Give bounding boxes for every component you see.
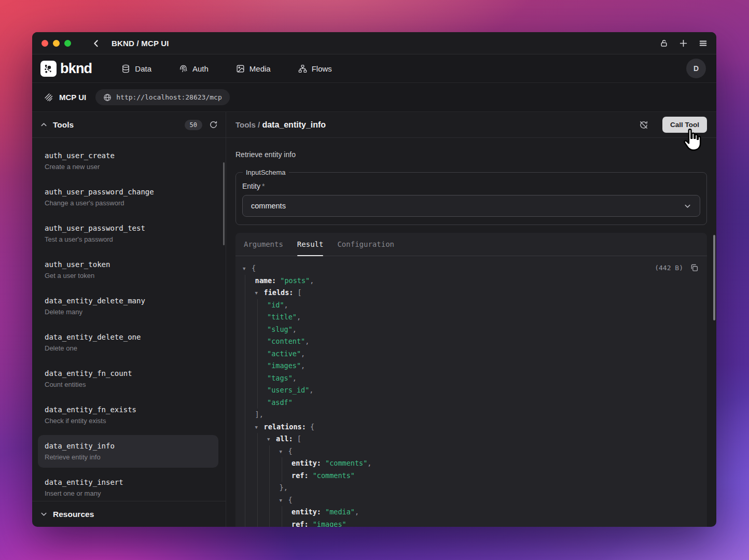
refresh-tools-button[interactable] — [209, 120, 218, 129]
tool-description: Create a new user — [45, 162, 212, 172]
nav-item-label: Auth — [192, 64, 209, 73]
tab-result[interactable]: Result — [297, 233, 324, 256]
json-line: "id", — [243, 299, 699, 312]
tools-section-label: Tools — [53, 120, 74, 130]
tool-list-item-data_entity_delete_many[interactable]: data_entity_delete_manyDelete many — [38, 290, 218, 323]
mcp-icon — [44, 92, 53, 102]
tool-detail-body: Retrieve entity info InputSchema Entity*… — [226, 138, 716, 527]
close-button[interactable] — [41, 40, 48, 47]
json-line: ▼{ — [243, 494, 699, 507]
collapse-toggle-icon[interactable]: ▼ — [267, 433, 273, 446]
chevron-up-icon — [40, 121, 48, 129]
tool-list-item-data_entity_fn_count[interactable]: data_entity_fn_countCount entities — [38, 362, 218, 395]
collapse-toggle-icon[interactable]: ▼ — [255, 422, 261, 434]
bknd-logo-icon — [40, 61, 57, 77]
tool-name: data_entity_fn_exists — [45, 404, 212, 415]
tool-list-item-data_entity_insert[interactable]: data_entity_insertInsert one or many — [38, 471, 218, 501]
json-token-key: all: — [276, 435, 297, 443]
window-title: BKND / MCP UI — [112, 39, 169, 48]
json-token-punct: , — [293, 374, 297, 382]
tool-description: Delete many — [45, 307, 212, 317]
json-token-punct: [ — [297, 435, 301, 443]
tool-list-item-auth_user_password_test[interactable]: auth_user_password_testTest a user's pas… — [38, 217, 218, 250]
unlock-button[interactable] — [660, 39, 668, 48]
json-token-str: "posts" — [280, 276, 310, 285]
tool-list-item-data_entity_delete_one[interactable]: data_entity_delete_oneDelete one — [38, 326, 218, 359]
entity-select-value: comments — [251, 202, 286, 210]
nav-item-label: Flows — [312, 64, 332, 73]
history-off-button[interactable] — [639, 120, 648, 130]
payload-size-label: (442 B) — [655, 262, 683, 274]
nav-item-auth[interactable]: Auth — [179, 64, 209, 73]
tool-list: auth_user_createCreate a new userauth_us… — [32, 138, 226, 501]
json-token-punct: , — [310, 276, 314, 285]
copy-json-button[interactable] — [690, 263, 699, 272]
json-line: ref: "comments" — [243, 470, 699, 482]
tool-description: Count entities — [45, 380, 212, 389]
breadcrumb-current: data_entity_info — [262, 120, 326, 130]
entity-select[interactable]: comments — [242, 195, 700, 217]
json-line: "users_id", — [243, 384, 699, 397]
nav-item-data[interactable]: Data — [121, 64, 151, 73]
call-tool-button[interactable]: Call Tool — [662, 117, 707, 133]
json-tree: (442 B) ▼{name: "posts",▼fields: ["id","… — [235, 256, 707, 527]
tool-name: auth_user_password_change — [45, 187, 212, 197]
brand[interactable]: bknd — [40, 61, 92, 77]
input-schema-legend: InputSchema — [243, 169, 289, 176]
nav-item-label: Data — [135, 64, 151, 73]
tool-name: auth_user_create — [45, 150, 212, 161]
main-scrollbar[interactable] — [713, 235, 715, 320]
tab-configuration[interactable]: Configuration — [337, 233, 394, 256]
json-line: name: "posts", — [243, 275, 699, 287]
minimize-button[interactable] — [53, 40, 60, 47]
input-schema-fieldset: InputSchema Entity* comments — [235, 169, 707, 225]
tool-list-item-auth_user_password_change[interactable]: auth_user_password_changeChange a user's… — [38, 181, 218, 214]
back-button[interactable] — [92, 39, 101, 48]
json-token-str: "active" — [267, 349, 301, 358]
tool-description: Change a user's password — [45, 199, 212, 208]
required-marker: * — [262, 182, 265, 190]
zoom-button[interactable] — [64, 40, 71, 47]
nav-item-flows[interactable]: Flows — [298, 64, 332, 73]
result-card: ArgumentsResultConfiguration (442 B) ▼{n… — [235, 233, 707, 527]
tool-name: auth_user_password_test — [45, 223, 212, 233]
json-line: "asdf" — [243, 397, 699, 409]
brand-name: bknd — [60, 61, 92, 77]
menu-button[interactable] — [699, 39, 708, 48]
breadcrumb-section[interactable]: Tools — [235, 120, 256, 129]
collapse-toggle-icon[interactable]: ▼ — [280, 495, 285, 507]
mcp-title: MCP UI — [59, 93, 86, 102]
sidebar-scrollbar[interactable] — [223, 162, 225, 245]
json-line: ref: "images" — [243, 519, 699, 527]
json-line: "content", — [243, 335, 699, 348]
tool-list-item-data_entity_fn_exists[interactable]: data_entity_fn_existsCheck if entity exi… — [38, 399, 218, 431]
tool-list-item-auth_user_create[interactable]: auth_user_createCreate a new user — [38, 145, 218, 177]
json-meta: (442 B) — [655, 262, 699, 274]
tool-list-item-data_entity_info[interactable]: data_entity_infoRetrieve entity info — [38, 435, 218, 468]
globe-icon — [103, 93, 112, 102]
tool-detail-header: Tools / data_entity_info Call Tool — [226, 112, 716, 138]
json-line: ▼all: [ — [243, 433, 699, 445]
nav-item-media[interactable]: Media — [236, 64, 271, 73]
user-avatar[interactable]: D — [686, 59, 706, 78]
mcp-url-pill[interactable]: http://localhost:28623/mcp — [95, 89, 230, 105]
collapse-toggle-icon[interactable]: ▼ — [280, 446, 285, 458]
window-titlebar: BKND / MCP UI — [32, 32, 716, 54]
json-line: "slug", — [243, 324, 699, 336]
resources-section-header[interactable]: Resources — [32, 501, 226, 527]
network-icon — [298, 64, 307, 73]
tab-arguments[interactable]: Arguments — [244, 233, 283, 256]
json-line: "tags", — [243, 372, 699, 385]
json-line: "title", — [243, 311, 699, 324]
tool-name: data_entity_delete_one — [45, 332, 212, 342]
collapse-toggle-icon[interactable]: ▼ — [243, 263, 248, 275]
tool-description: Insert one or many — [45, 489, 212, 498]
tool-name: data_entity_insert — [45, 477, 212, 487]
tool-list-item-auth_user_token[interactable]: auth_user_tokenGet a user token — [38, 254, 218, 286]
tools-section-header[interactable]: Tools 50 — [32, 112, 226, 138]
collapse-toggle-icon[interactable]: ▼ — [255, 287, 261, 300]
new-tab-button[interactable] — [679, 39, 688, 48]
json-line: ▼{ — [243, 262, 699, 275]
json-token-punct: { — [288, 496, 293, 504]
json-token-punct: , — [301, 361, 305, 370]
